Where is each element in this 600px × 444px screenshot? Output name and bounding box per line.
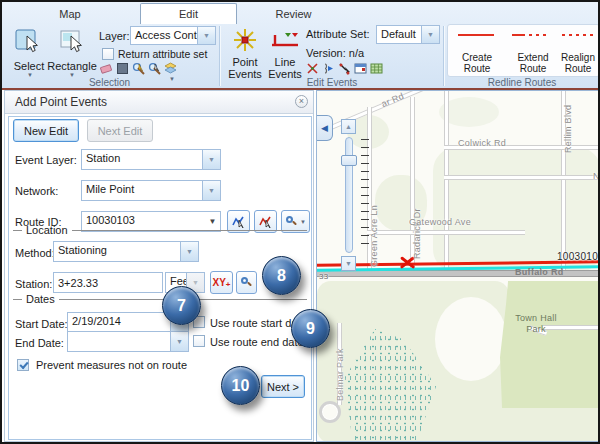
location-legend: Location: [26, 224, 68, 236]
road-label: Radarick Dr: [412, 208, 422, 259]
road-label: Colwick Rd: [458, 138, 506, 148]
extend-route-button[interactable]: Extend Route: [506, 52, 560, 74]
location-section-header: Location: [13, 224, 307, 236]
use-route-end-date-checkbox[interactable]: [193, 335, 205, 347]
attribute-set-dropdown[interactable]: Default ▼: [376, 25, 440, 44]
line-events-button[interactable]: [270, 30, 300, 52]
next-button[interactable]: Next >: [261, 375, 305, 398]
network-label: Network:: [15, 185, 58, 197]
tab-edit[interactable]: Edit: [140, 3, 237, 24]
attribute-set-value: Default: [377, 26, 421, 43]
callout-badge-9: 9: [291, 309, 330, 348]
measure-label: 33: [319, 272, 329, 281]
zoom-to-selection-icon[interactable]: [132, 62, 145, 75]
method-label: Method:: [15, 247, 55, 259]
road-gatewood-ave: [367, 230, 525, 235]
road-label: ar Rd: [380, 91, 406, 109]
end-date-picker[interactable]: ▼: [67, 331, 189, 352]
event-window-icon[interactable]: [354, 62, 367, 75]
line-events-icon: [270, 30, 300, 52]
point-events-button[interactable]: [232, 27, 258, 53]
layer-label: Layer:: [99, 30, 130, 42]
road-label: Rellim Blvd: [563, 105, 573, 153]
callout-badge-7: 7: [162, 286, 201, 325]
attribute-set-caret-icon: ▼: [421, 26, 439, 43]
event-table-icon[interactable]: [370, 62, 383, 75]
tab-map-label: Map: [59, 8, 80, 20]
land-polygon: [435, 297, 507, 381]
group-divider: [219, 26, 220, 86]
realign-route-button[interactable]: Realign Route: [557, 52, 599, 74]
zoom-down-icon: ▼: [345, 260, 352, 267]
method-value: Stationing: [54, 242, 180, 261]
select-tool-button[interactable]: [12, 27, 44, 59]
rectangle-tool-label: Rectangle: [44, 60, 100, 72]
prevent-measures-checkbox[interactable]: [17, 359, 29, 371]
method-caret-icon: ▼: [180, 242, 198, 261]
xy-plus-icon: +: [226, 281, 231, 289]
layer-dropdown-caret-icon: ▼: [197, 27, 215, 44]
selection-group-label: Selection: [2, 76, 217, 88]
zoom-up-icon: ▲: [345, 123, 352, 130]
tab-edit-label: Edit: [179, 8, 198, 20]
zoom-slider-handle[interactable]: [341, 155, 357, 166]
prevent-measures-label: Prevent measures not on route: [36, 359, 187, 371]
panel-collapse-tab[interactable]: ◀: [317, 115, 333, 141]
event-layer-caret-icon: ▼: [202, 150, 220, 169]
next-edit-button[interactable]: Next Edit: [87, 119, 153, 142]
app-window: Map Edit Review Select ▼ Rectangle ▼ Lay…: [0, 0, 600, 444]
merge-event-icon[interactable]: [322, 62, 335, 75]
snap-event-icon[interactable]: [338, 62, 351, 75]
return-attribute-checkbox[interactable]: [102, 48, 114, 60]
network-value: Mile Point: [82, 181, 202, 200]
return-attribute-label: Return attribute set: [118, 48, 207, 60]
network-dropdown[interactable]: Mile Point ▼: [81, 180, 221, 201]
end-date-value: [68, 332, 170, 351]
zoom-in-button[interactable]: ▲: [341, 119, 356, 134]
redline-routes-group-label: Redline Routes: [442, 76, 600, 88]
event-layer-label: Event Layer:: [15, 154, 77, 166]
use-route-end-date-label: Use route end date: [210, 336, 304, 348]
panel-title: Add Point Events: [15, 95, 107, 109]
station-input[interactable]: 3+23.33: [53, 272, 163, 293]
roundabout: [319, 401, 341, 423]
road-label: Buffalo Rd: [515, 267, 564, 277]
realign-route-icon: [562, 34, 594, 36]
station-search-button[interactable]: [236, 271, 257, 294]
xy-coordinates-button[interactable]: XY+: [210, 271, 233, 294]
method-dropdown[interactable]: Stationing ▼: [53, 241, 199, 262]
create-route-button[interactable]: Create Route: [448, 52, 506, 74]
tab-review[interactable]: Review: [247, 4, 340, 23]
selection-square-icon[interactable]: [116, 62, 129, 75]
end-date-caret-icon: ▼: [170, 332, 188, 351]
extend-route-icon: [512, 34, 550, 36]
zoom-out-button[interactable]: ▼: [341, 256, 356, 271]
town-hall-park-polygon: [500, 281, 600, 408]
station-label: Station:: [15, 278, 52, 290]
pan-to-selection-icon[interactable]: [148, 62, 161, 75]
event-layer-dropdown[interactable]: Station ▼: [81, 149, 221, 170]
layer-dropdown[interactable]: Access Control ▼: [130, 26, 216, 45]
dates-legend: Dates: [26, 293, 55, 305]
network-caret-icon: ▼: [202, 181, 220, 200]
rectangle-tool-button[interactable]: [56, 27, 88, 59]
attribute-set-label: Attribute Set:: [306, 28, 370, 40]
collapse-left-icon: ◀: [321, 123, 328, 133]
map-canvas[interactable]: ar Rd Colwick Rd Rellim Blvd Radarick Dr…: [316, 90, 600, 442]
start-date-value: 2/19/2014: [68, 313, 170, 332]
tab-map[interactable]: Map: [24, 4, 116, 23]
edit-events-group-label: Edit Events: [222, 76, 442, 88]
layer-dropdown-value: Access Control: [131, 27, 197, 44]
town-hall-park-label: Town Hall Park: [513, 313, 559, 335]
select-layers-icon[interactable]: [164, 62, 177, 75]
road-horizontal: [444, 175, 600, 180]
end-date-label: End Date:: [15, 337, 64, 349]
panel-close-button[interactable]: ×: [295, 95, 308, 108]
start-date-label: Start Date:: [15, 318, 68, 330]
rectangle-tool-icon: [56, 27, 88, 57]
clear-selection-eraser-icon[interactable]: [100, 62, 113, 75]
new-edit-button[interactable]: New Edit: [13, 119, 79, 142]
search-icon: [240, 276, 253, 289]
callout-badge-10: 10: [221, 366, 260, 405]
split-event-icon[interactable]: [306, 62, 319, 75]
